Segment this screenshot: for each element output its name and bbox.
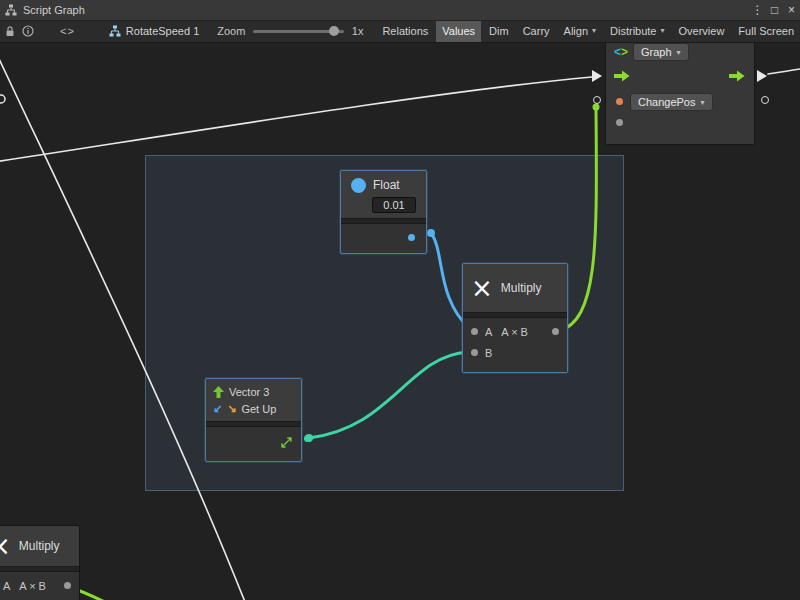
carry-button[interactable]: Carry	[517, 20, 556, 42]
vector3-node-header: Vector 3 ↙ ↘ Get Up	[206, 379, 301, 421]
changepos-event-node[interactable]: <> Graph ▾ ChangePos ▾	[605, 38, 755, 145]
vector3-node-body	[206, 427, 301, 457]
partial-multiply-title: Multiply	[19, 539, 60, 553]
multiply-node-header: × Multiply	[463, 264, 567, 312]
multiply-port-list: A A × B B	[463, 318, 567, 372]
partial-multiply-port-row: A A × B	[0, 575, 79, 596]
graph-type-icon: <>	[614, 45, 628, 59]
float-output-port[interactable]	[408, 234, 415, 241]
float-node-header: Float 0.01	[341, 171, 426, 218]
graph-name: RotateSpeed 1	[126, 25, 199, 37]
multiply-output-label: A × B	[501, 326, 528, 338]
multiply-input-a-label: A	[485, 326, 492, 338]
flow-edge-arrowhead-right	[757, 70, 767, 82]
multiply-icon: ×	[0, 533, 11, 559]
dim-button[interactable]: Dim	[483, 20, 515, 42]
partial-multiply-port-list: A A × B	[0, 572, 79, 600]
multiply-port-row-b: B	[463, 342, 567, 363]
info-icon	[22, 25, 34, 37]
fullscreen-button[interactable]: Full Screen	[732, 20, 800, 42]
info-button[interactable]	[22, 25, 34, 37]
vector3-move-icon	[280, 436, 293, 449]
graph-toolbar: <> RotateSpeed 1 Zoom 1x Relations Value…	[0, 20, 800, 43]
float-node-body	[341, 224, 426, 250]
flow-input-arrow-icon[interactable]	[614, 70, 630, 82]
code-left-glyph: <	[614, 45, 621, 59]
float-node[interactable]: Float 0.01	[340, 170, 427, 254]
get-arrow-blue-icon: ↙	[213, 402, 222, 415]
lock-icon	[4, 25, 16, 37]
align-dropdown-button[interactable]: Align ▾	[558, 20, 602, 42]
align-label: Align	[564, 20, 588, 42]
multiply-icon: ×	[471, 275, 493, 301]
multiply-port-row-a: A A × B	[463, 321, 567, 342]
float-node-title: Float	[373, 178, 400, 192]
chevron-down-icon: ▾	[592, 20, 596, 42]
changepos-value-port[interactable]	[616, 98, 623, 105]
flow-output-arrow-icon[interactable]	[729, 70, 745, 82]
partial-multiply-header: × Multiply	[0, 526, 79, 566]
graph-dropdown-label: Graph	[641, 46, 672, 58]
changepos-variable-dropdown[interactable]: ChangePos ▾	[630, 93, 713, 111]
window-maximize-button[interactable]: □	[766, 3, 783, 17]
vector3-node-title: Vector 3	[229, 386, 269, 398]
window-title: Script Graph	[23, 4, 85, 16]
window-titlebar: Script Graph ⋮ □ ×	[0, 0, 800, 21]
event-node-header: <> Graph ▾	[614, 43, 689, 61]
relations-button[interactable]: Relations	[376, 20, 434, 42]
getup-output-port[interactable]	[304, 435, 311, 442]
float-value-input[interactable]: 0.01	[372, 197, 416, 213]
partial-multiply-output-port[interactable]	[64, 582, 71, 589]
vector3-getup-node[interactable]: Vector 3 ↙ ↘ Get Up	[205, 378, 302, 462]
zoom-label: Zoom	[217, 25, 245, 37]
code-view-button[interactable]: <>	[60, 25, 75, 37]
multiply-input-b-port[interactable]	[471, 349, 478, 356]
chevron-down-icon: ▾	[701, 98, 705, 107]
distribute-dropdown-button[interactable]: Distribute ▾	[604, 20, 670, 42]
partial-multiply-node[interactable]: × Multiply A A × B	[0, 525, 80, 600]
zoom-slider[interactable]	[253, 30, 343, 33]
graph-dropdown[interactable]: Graph ▾	[633, 43, 689, 61]
multiply-input-b-label: B	[485, 347, 492, 359]
zoom-value: 1x	[352, 25, 364, 37]
code-right-glyph: >	[621, 45, 628, 59]
flow-edge-arrowhead-left	[592, 70, 602, 82]
vector3-node-subtitle: Get Up	[241, 403, 276, 415]
chevron-down-icon: ▾	[677, 48, 681, 57]
multiply-node[interactable]: × Multiply A A × B B	[462, 263, 568, 373]
zoom-slider-handle[interactable]	[329, 26, 339, 36]
multiply-input-a-port[interactable]	[471, 328, 478, 335]
graph-breadcrumb[interactable]: RotateSpeed 1	[109, 25, 199, 37]
distribute-label: Distribute	[610, 20, 656, 42]
vector3-up-arrow-icon	[213, 386, 224, 398]
float-type-icon	[351, 178, 366, 193]
window-controls: ⋮ □ ×	[749, 3, 800, 17]
window-close-button[interactable]: ×	[783, 3, 800, 17]
partial-multiply-input-label: A	[3, 580, 10, 592]
event-extra-port[interactable]	[616, 119, 623, 126]
get-arrow-orange-icon: ↘	[227, 402, 236, 415]
chevron-down-icon: ▾	[661, 20, 665, 42]
unconnected-port-ring-left[interactable]	[593, 96, 601, 104]
graph-asset-icon	[109, 25, 121, 37]
changepos-dropdown-label: ChangePos	[638, 96, 696, 108]
unconnected-port-ring-right[interactable]	[761, 96, 769, 104]
script-graph-icon	[5, 4, 17, 16]
script-graph-window: Float 0.01 × Multiply A A × B B	[0, 0, 800, 600]
overview-button[interactable]: Overview	[673, 20, 731, 42]
multiply-node-title: Multiply	[501, 281, 542, 295]
window-menu-button[interactable]: ⋮	[749, 3, 766, 17]
multiply-output-port[interactable]	[552, 328, 559, 335]
lock-button[interactable]	[4, 25, 16, 37]
values-button[interactable]: Values	[436, 20, 481, 42]
partial-multiply-output-label: A × B	[19, 580, 46, 592]
